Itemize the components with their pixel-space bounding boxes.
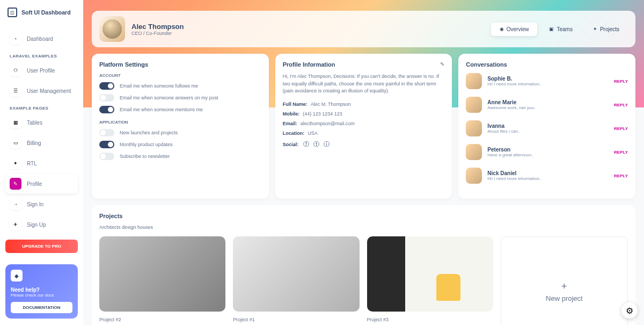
toggle-monthly-updates[interactable] — [99, 141, 114, 148]
rocket-icon: ✈ — [10, 219, 21, 230]
section-example: EXAMPLE PAGES — [5, 102, 78, 113]
profile-bio: Hi, I'm Alec Thompson, Decisions: If you… — [283, 73, 445, 95]
reply-button[interactable]: REPLY — [614, 103, 628, 107]
brand-name: Soft UI Dashboard — [21, 9, 71, 16]
tab-overview[interactable]: ◉Overview — [491, 23, 538, 36]
sidebar-item-signup[interactable]: ✈Sign Up — [5, 215, 78, 234]
rtl-icon: ✦ — [10, 157, 21, 169]
toggle-launches[interactable] — [99, 129, 114, 136]
new-project-button[interactable]: + New project — [501, 236, 628, 325]
cube-icon: ◉ — [500, 26, 504, 32]
help-subtitle: Please check our docs — [11, 293, 72, 298]
card-icon: ▭ — [10, 137, 21, 149]
list-icon: ☰ — [10, 85, 21, 97]
toggle-answer-email[interactable] — [99, 94, 114, 102]
settings-title: Platform Settings — [99, 61, 261, 68]
reply-button[interactable]: REPLY — [614, 174, 628, 178]
logo-icon: ◫ — [8, 8, 17, 17]
avatar[interactable] — [466, 144, 482, 160]
social-label: Social: — [283, 142, 299, 147]
projects-title: Projects — [99, 213, 628, 219]
gear-icon: ⚙ — [626, 306, 633, 316]
toggle-follow-email[interactable] — [99, 82, 114, 90]
account-heading: ACCOUNT — [99, 73, 261, 78]
settings-fab[interactable]: ⚙ — [621, 302, 638, 319]
application-heading: APPLICATION — [99, 120, 261, 125]
toggle-newsletter[interactable] — [99, 153, 114, 160]
project-item[interactable]: Project #1 Scandinavian Music is somethi… — [233, 236, 359, 325]
facebook-icon[interactable]: ⓕ — [303, 140, 309, 148]
email-value: alecthompson@mail.com — [301, 121, 355, 126]
sidebar-item-profile[interactable]: ✎Profile — [5, 174, 78, 193]
project-item[interactable]: Project #3 Minimalist Different people h… — [367, 236, 493, 325]
project-image — [99, 236, 225, 312]
sidebar-item-dashboard[interactable]: ▫Dashboard — [5, 29, 78, 48]
conversation-item: PetersonHave a great afternoon..REPLY — [466, 144, 628, 160]
profile-avatar[interactable] — [99, 16, 125, 42]
profile-info-card: Profile Information ✎ Hi, I'm Alec Thomp… — [275, 54, 452, 199]
avatar[interactable] — [466, 73, 482, 89]
profile-name: Alec Thompson — [131, 23, 184, 31]
twitter-icon[interactable]: ⓣ — [313, 140, 319, 148]
conversation-item: Sophie B.Hi! I need more information..RE… — [466, 73, 628, 89]
help-icon: ◆ — [11, 270, 23, 281]
header-tabs: ◉Overview ▣Teams ✦Projects — [491, 23, 628, 36]
fullname-label: Full Name: — [283, 102, 308, 107]
sidebar-item-rtl[interactable]: ✦RTL — [5, 154, 78, 173]
reply-button[interactable]: REPLY — [614, 150, 628, 155]
profile-role: CEO / Co-Founder — [131, 31, 184, 36]
help-card: ◆ Need help? Please check our docs DOCUM… — [5, 264, 78, 319]
reply-button[interactable]: REPLY — [614, 126, 628, 131]
sidebar-item-billing[interactable]: ▭Billing — [5, 133, 78, 153]
project-image — [233, 236, 359, 312]
tab-projects[interactable]: ✦Projects — [584, 23, 628, 36]
instagram-icon[interactable]: ⓘ — [324, 140, 330, 148]
project-item[interactable]: Project #2 Modern As Uber works through … — [99, 236, 225, 325]
reply-button[interactable]: REPLY — [614, 79, 628, 84]
avatar[interactable] — [466, 97, 482, 113]
upgrade-button[interactable]: UPGRADE TO PRO — [5, 240, 78, 253]
sidebar-item-user-management[interactable]: ☰User Management — [5, 81, 78, 100]
toggle-mention-email[interactable] — [99, 106, 114, 113]
projects-icon: ✦ — [593, 26, 597, 32]
info-title: Profile Information — [283, 61, 445, 68]
mobile-value: (44) 123 1234 123 — [303, 111, 342, 117]
profile-icon: ✎ — [10, 178, 21, 190]
signin-icon: → — [10, 198, 21, 210]
sidebar-item-user-profile[interactable]: ⚇User Profile — [5, 61, 78, 80]
documentation-button[interactable]: DOCUMENTATION — [11, 302, 72, 313]
avatar[interactable] — [466, 168, 482, 184]
platform-settings-card: Platform Settings ACCOUNT Email me when … — [92, 54, 269, 199]
location-value: USA — [308, 131, 318, 136]
sidebar: ◫ Soft UI Dashboard ▫Dashboard LARAVEL E… — [0, 0, 83, 325]
mobile-label: Mobile: — [283, 111, 300, 117]
conversation-item: Anne MarieAwesome work, can you..REPLY — [466, 97, 628, 113]
conversations-title: Conversations — [466, 61, 628, 68]
brand-logo[interactable]: ◫ Soft UI Dashboard — [5, 6, 78, 18]
profile-header: Alec Thompson CEO / Co-Founder ◉Overview… — [92, 11, 635, 47]
tab-teams[interactable]: ▣Teams — [540, 23, 581, 36]
project-image — [367, 236, 493, 312]
location-label: Location: — [283, 131, 305, 136]
edit-icon[interactable]: ✎ — [440, 61, 444, 67]
projects-subtitle: Architects design houses — [99, 225, 628, 230]
conversations-card: Conversations Sophie B.Hi! I need more i… — [458, 54, 635, 199]
conversation-item: IvannaAbout files I can..REPLY — [466, 120, 628, 136]
plus-icon: + — [561, 281, 567, 292]
projects-card: Projects Architects design houses Projec… — [92, 205, 635, 325]
section-laravel: LARAVEL EXAMPLES — [5, 49, 78, 61]
home-icon: ▫ — [10, 33, 21, 45]
email-label: Email: — [283, 121, 297, 126]
table-icon: ▦ — [10, 117, 21, 128]
fullname-value: Alec M. Thompson — [311, 102, 351, 107]
conversation-item: Nick DanielHi! I need more information..… — [466, 168, 628, 184]
avatar[interactable] — [466, 120, 482, 136]
teams-icon: ▣ — [549, 26, 554, 32]
sidebar-item-signin[interactable]: →Sign In — [5, 194, 78, 214]
sidebar-item-tables[interactable]: ▦Tables — [5, 113, 78, 132]
help-title: Need help? — [11, 287, 72, 293]
user-icon: ⚇ — [10, 64, 21, 76]
